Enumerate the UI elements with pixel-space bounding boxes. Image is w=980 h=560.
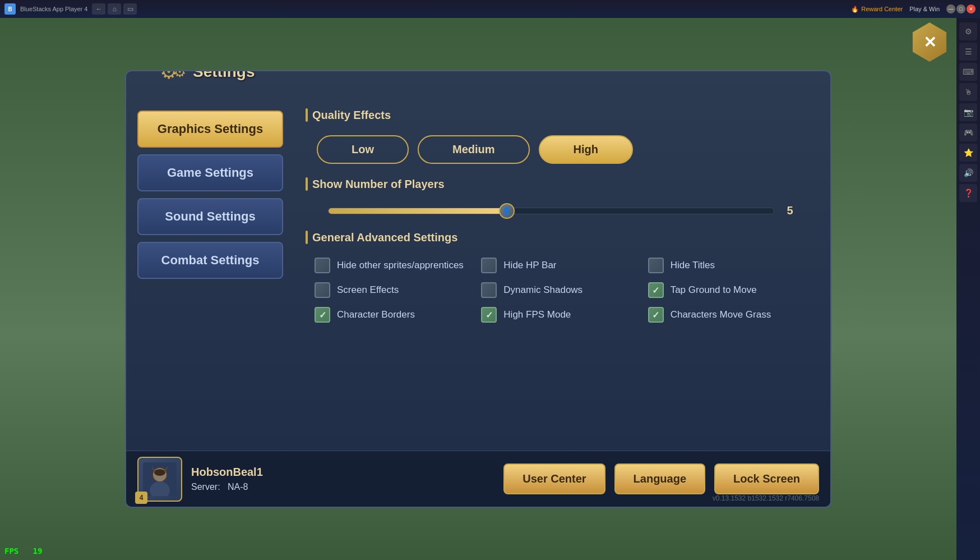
- back-button[interactable]: ←: [92, 3, 105, 15]
- checkbox-hide-hp: Hide HP Bar: [481, 258, 643, 273]
- gear-icon-small: ⚙: [173, 70, 186, 81]
- advanced-section-title: General Advanced Settings: [312, 231, 457, 244]
- sidebar-icon-4[interactable]: 🖱: [959, 83, 977, 101]
- window-button[interactable]: ▭: [123, 3, 137, 15]
- checkbox-screen-effects-box[interactable]: [315, 282, 330, 298]
- checkbox-hide-sprites: Hide other sprites/apprentices: [315, 258, 477, 273]
- slider-value: 5: [783, 204, 797, 217]
- nav-combat-settings[interactable]: Combat Settings: [137, 242, 283, 279]
- checkbox-move-grass: ✓ Characters Move Grass: [648, 307, 810, 323]
- checkbox-tap-ground: ✓ Tap Ground to Move: [648, 282, 810, 298]
- section-bar-accent-2: [306, 177, 308, 191]
- section-bar-accent: [306, 108, 308, 122]
- app-title: BlueStacks App Player 4: [20, 6, 87, 12]
- checkbox-screen-effects: Screen Effects: [315, 282, 477, 298]
- checkbox-move-grass-label: Characters Move Grass: [671, 309, 771, 320]
- checkbox-hide-hp-label: Hide HP Bar: [503, 260, 556, 271]
- checkbox-move-grass-box[interactable]: ✓: [648, 307, 664, 323]
- nav-controls: ← ⌂ ▭: [92, 3, 137, 15]
- avatar-container: 4: [137, 457, 182, 502]
- avatar-svg: [143, 462, 177, 496]
- sidebar-icon-7[interactable]: ⭐: [959, 144, 977, 162]
- right-sidebar: ⚙ ☰ ⌨ 🖱 📷 🎮 ⭐ 🔊 ❓: [956, 18, 980, 560]
- right-content: Quality Effects Low Medium High Show Num…: [294, 99, 830, 507]
- maximize-button[interactable]: □: [956, 4, 965, 13]
- checkbox-hide-hp-box[interactable]: [481, 258, 497, 273]
- checkbox-tap-ground-label: Tap Ground to Move: [671, 284, 757, 296]
- lock-screen-button[interactable]: Lock Screen: [714, 463, 819, 494]
- game-close-button[interactable]: ✕: [910, 22, 949, 62]
- checkbox-dynamic-shadows-label: Dynamic Shadows: [503, 284, 583, 296]
- checkbox-screen-effects-label: Screen Effects: [337, 284, 399, 296]
- checkbox-high-fps-label: High FPS Mode: [503, 309, 571, 320]
- checkbox-high-fps: ✓ High FPS Mode: [481, 307, 643, 323]
- quality-medium-button[interactable]: Medium: [418, 135, 530, 164]
- settings-title: Settings: [193, 70, 255, 81]
- server-value: NA-8: [228, 482, 248, 492]
- checkmark-icon-3: ✓: [486, 310, 493, 320]
- players-section-header: Show Number of Players: [306, 177, 819, 195]
- minimize-button[interactable]: —: [946, 4, 955, 13]
- checkmark-icon-2: ✓: [319, 310, 326, 320]
- language-button[interactable]: Language: [614, 463, 705, 494]
- play-win-label: Play & Win: [909, 6, 940, 12]
- home-button[interactable]: ⌂: [108, 3, 121, 15]
- advanced-section-header: General Advanced Settings: [306, 231, 819, 249]
- checkbox-hide-sprites-box[interactable]: [315, 258, 330, 273]
- nav-graphics-settings[interactable]: Graphics Settings: [137, 111, 283, 148]
- close-hex-icon: ✕: [910, 22, 949, 62]
- sidebar-icon-3[interactable]: ⌨: [959, 63, 977, 81]
- version-text: v0.13.1532 b1532.1532 r7406.7508: [713, 494, 819, 502]
- quality-buttons-group: Low Medium High: [306, 135, 819, 164]
- nav-game-settings[interactable]: Game Settings: [137, 154, 283, 191]
- slider-row: 👤 5: [306, 204, 819, 217]
- bluestacks-logo: B: [4, 3, 16, 15]
- sidebar-icon-2[interactable]: ☰: [959, 43, 977, 61]
- fps-counter: FPS 19: [4, 547, 42, 556]
- sidebar-icon-5[interactable]: 📷: [959, 103, 977, 121]
- checkbox-char-borders-box[interactable]: ✓: [315, 307, 330, 323]
- avatar-level: 4: [135, 492, 147, 504]
- modal-overlay: ⚙ ⚙ Settings Graphics Settings Game Sett…: [0, 18, 956, 560]
- window-controls: — □ ✕: [946, 4, 976, 13]
- titlebar-right: 🔥 Reward Center Play & Win — □ ✕: [851, 4, 976, 13]
- bluestacks-titlebar: B BlueStacks App Player 4 ← ⌂ ▭ 🔥 Reward…: [0, 0, 980, 18]
- checkbox-high-fps-box[interactable]: ✓: [481, 307, 497, 323]
- checkboxes-grid: Hide other sprites/apprentices Hide HP B…: [306, 258, 819, 323]
- nav-sound-settings[interactable]: Sound Settings: [137, 198, 283, 235]
- checkbox-dynamic-shadows-box[interactable]: [481, 282, 497, 298]
- user-details: HobsonBeal1 Server: NA-8: [191, 466, 263, 492]
- user-server: Server: NA-8: [191, 482, 263, 492]
- checkbox-tap-ground-box[interactable]: ✓: [648, 282, 664, 298]
- user-info: 4 HobsonBeal1 Server: NA-8: [137, 457, 263, 502]
- sidebar-icon-6[interactable]: 🎮: [959, 123, 977, 141]
- slider-track[interactable]: 👤: [328, 208, 774, 214]
- quality-low-button[interactable]: Low: [317, 135, 409, 164]
- reward-center[interactable]: 🔥 Reward Center: [851, 6, 903, 13]
- quality-high-button[interactable]: High: [539, 135, 633, 164]
- quality-section-header: Quality Effects: [306, 108, 819, 126]
- close-button[interactable]: ✕: [967, 4, 976, 13]
- sidebar-icon-8[interactable]: 🔊: [959, 164, 977, 182]
- checkbox-char-borders: ✓ Character Borders: [315, 307, 477, 323]
- checkbox-hide-titles-label: Hide Titles: [671, 260, 715, 271]
- checkmark-icon-4: ✓: [652, 310, 659, 320]
- checkbox-dynamic-shadows: Dynamic Shadows: [481, 282, 643, 298]
- quality-section-title: Quality Effects: [312, 109, 391, 122]
- user-center-button[interactable]: User Center: [503, 463, 605, 494]
- checkbox-hide-titles-box[interactable]: [648, 258, 664, 273]
- slider-thumb[interactable]: 👤: [499, 203, 515, 219]
- play-win[interactable]: Play & Win: [909, 6, 940, 12]
- checkbox-hide-titles: Hide Titles: [648, 258, 810, 273]
- fps-value: 19: [33, 547, 43, 556]
- person-icon: 👤: [502, 207, 511, 215]
- bottom-action-buttons: User Center Language Lock Screen: [503, 463, 819, 494]
- players-section-title: Show Number of Players: [312, 178, 445, 191]
- modal-title-bar: ⚙ ⚙ Settings: [160, 70, 255, 84]
- settings-gear-icons: ⚙ ⚙: [160, 70, 186, 84]
- sidebar-icon-9[interactable]: ❓: [959, 184, 977, 202]
- username: HobsonBeal1: [191, 466, 263, 479]
- settings-modal: ⚙ ⚙ Settings Graphics Settings Game Sett…: [125, 70, 831, 508]
- titlebar-left: B BlueStacks App Player 4 ← ⌂ ▭: [4, 3, 137, 15]
- sidebar-icon-1[interactable]: ⚙: [959, 22, 977, 40]
